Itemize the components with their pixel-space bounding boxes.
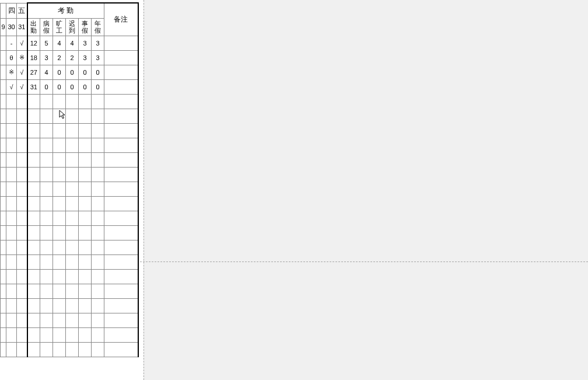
cell-kuang: 2 — [53, 50, 66, 65]
table-row — [1, 167, 138, 182]
cell-chuqin — [27, 196, 40, 211]
cell-remark — [104, 109, 138, 123]
cell-kuang — [53, 327, 66, 342]
cell-c30 — [6, 298, 17, 313]
cell-c29 — [1, 342, 6, 357]
cell-chuqin — [27, 255, 40, 269]
cell-nianjia: 0 — [92, 65, 104, 79]
cell-chuqin: 12 — [27, 36, 40, 50]
cell-nianjia: 3 — [92, 50, 104, 65]
cell-kuang — [53, 182, 66, 196]
cell-c30 — [6, 342, 17, 357]
table-row — [1, 123, 138, 138]
cell-bingjia — [40, 284, 53, 298]
table-row — [1, 298, 138, 313]
page-break-vertical — [144, 0, 144, 380]
cell-chidao — [66, 123, 79, 138]
cell-chidao: 0 — [66, 79, 79, 94]
cell-c31 — [17, 167, 27, 182]
cell-nianjia — [92, 269, 104, 284]
cell-kuang — [53, 138, 66, 152]
cell-bingjia — [40, 211, 53, 225]
cell-c31 — [17, 211, 27, 225]
cell-c30 — [6, 138, 17, 152]
cell-kuang — [53, 284, 66, 298]
cell-shijia — [79, 284, 92, 298]
cell-bingjia — [40, 196, 53, 211]
cell-chidao — [66, 255, 79, 269]
cell-c31 — [17, 138, 27, 152]
cell-nianjia — [92, 196, 104, 211]
cell-chidao — [66, 240, 79, 255]
cell-chuqin — [27, 123, 40, 138]
day-header-31: 31 — [17, 18, 27, 36]
cell-kuang — [53, 225, 66, 240]
cell-remark — [104, 284, 138, 298]
cell-c31 — [17, 182, 27, 196]
table-row: θ※1832233 — [1, 50, 138, 65]
cell-kuang — [53, 123, 66, 138]
kaoqin-header: 考 勤 — [27, 3, 104, 18]
cell-chidao: 0 — [66, 65, 79, 79]
table-row — [1, 211, 138, 225]
cell-chidao — [66, 225, 79, 240]
day-header-29: 9 — [1, 18, 6, 36]
cell-kuang — [53, 109, 66, 123]
cell-c29 — [1, 211, 6, 225]
cell-remark — [104, 167, 138, 182]
cell-bingjia — [40, 313, 53, 327]
cell-kuang — [53, 167, 66, 182]
cell-remark — [104, 138, 138, 152]
cell-nianjia — [92, 313, 104, 327]
cell-bingjia — [40, 327, 53, 342]
cell-c30 — [6, 284, 17, 298]
cell-chuqin — [27, 211, 40, 225]
cell-chuqin — [27, 327, 40, 342]
cell-shijia — [79, 327, 92, 342]
cell-shijia: 3 — [79, 50, 92, 65]
weekday-header-4: 四 — [6, 3, 17, 18]
cell-bingjia — [40, 167, 53, 182]
cell-bingjia: 5 — [40, 36, 53, 50]
cell-c29 — [1, 167, 6, 182]
cell-c30 — [6, 313, 17, 327]
table-row — [1, 152, 138, 167]
cell-nianjia — [92, 109, 104, 123]
cell-nianjia — [92, 123, 104, 138]
cell-bingjia — [40, 225, 53, 240]
cell-c29 — [1, 109, 6, 123]
table-row: √√3100000 — [1, 79, 138, 94]
cell-remark — [104, 94, 138, 109]
cell-c31 — [17, 327, 27, 342]
cell-c29 — [1, 152, 6, 167]
cell-chuqin — [27, 240, 40, 255]
remark-header: 备注 — [104, 3, 138, 36]
cell-c29 — [1, 327, 6, 342]
cell-kuang — [53, 240, 66, 255]
cell-nianjia — [92, 152, 104, 167]
cell-remark — [104, 182, 138, 196]
cell-chuqin — [27, 138, 40, 152]
cell-shijia — [79, 152, 92, 167]
cell-c30 — [6, 152, 17, 167]
cell-chidao: 2 — [66, 50, 79, 65]
cell-bingjia — [40, 94, 53, 109]
table-row: ※√2740000 — [1, 65, 138, 79]
cell-shijia: 0 — [79, 79, 92, 94]
cell-shijia — [79, 313, 92, 327]
cell-remark — [104, 269, 138, 284]
cell-kuang — [53, 152, 66, 167]
cell-chidao — [66, 196, 79, 211]
cell-nianjia: 0 — [92, 79, 104, 94]
cell-kuang — [53, 255, 66, 269]
table-row: -√1254433 — [1, 36, 138, 50]
cell-bingjia — [40, 255, 53, 269]
cell-chidao — [66, 152, 79, 167]
cell-c30 — [6, 327, 17, 342]
cell-remark — [104, 255, 138, 269]
cell-c31: √ — [17, 36, 27, 50]
cell-kuang — [53, 211, 66, 225]
cell-c29 — [1, 313, 6, 327]
cell-c30 — [6, 211, 17, 225]
cell-remark — [104, 79, 138, 94]
